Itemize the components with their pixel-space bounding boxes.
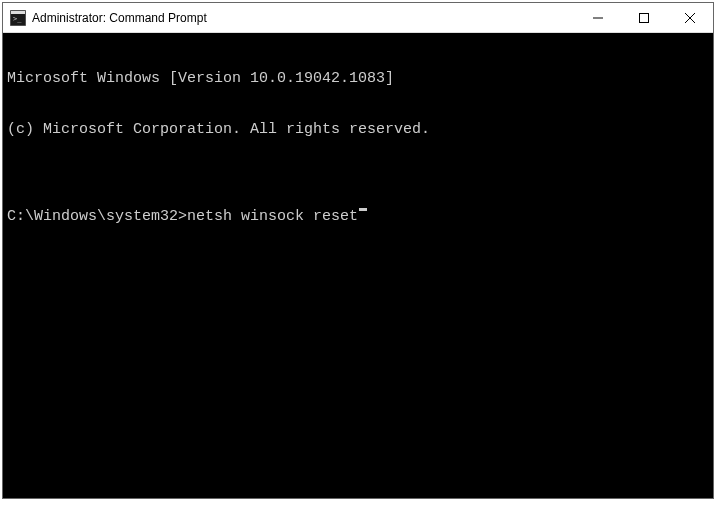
close-button[interactable] — [667, 3, 713, 32]
command-prompt-window: >_ Administrator: Command Prompt Microso… — [2, 2, 714, 499]
window-controls — [575, 3, 713, 32]
window-title: Administrator: Command Prompt — [32, 11, 575, 25]
svg-text:>_: >_ — [13, 15, 22, 23]
minimize-button[interactable] — [575, 3, 621, 32]
svg-rect-1 — [11, 11, 25, 14]
cmd-icon: >_ — [10, 10, 26, 26]
terminal-command: netsh winsock reset — [187, 208, 358, 225]
terminal-output-line: Microsoft Windows [Version 10.0.19042.10… — [7, 70, 709, 87]
svg-rect-4 — [640, 13, 649, 22]
terminal-prompt-line: C:\Windows\system32>netsh winsock reset — [7, 208, 709, 225]
maximize-button[interactable] — [621, 3, 667, 32]
terminal-cursor — [359, 208, 367, 211]
terminal-area[interactable]: Microsoft Windows [Version 10.0.19042.10… — [3, 33, 713, 498]
terminal-output-line: (c) Microsoft Corporation. All rights re… — [7, 121, 709, 138]
terminal-prompt: C:\Windows\system32> — [7, 208, 187, 225]
titlebar[interactable]: >_ Administrator: Command Prompt — [3, 3, 713, 33]
